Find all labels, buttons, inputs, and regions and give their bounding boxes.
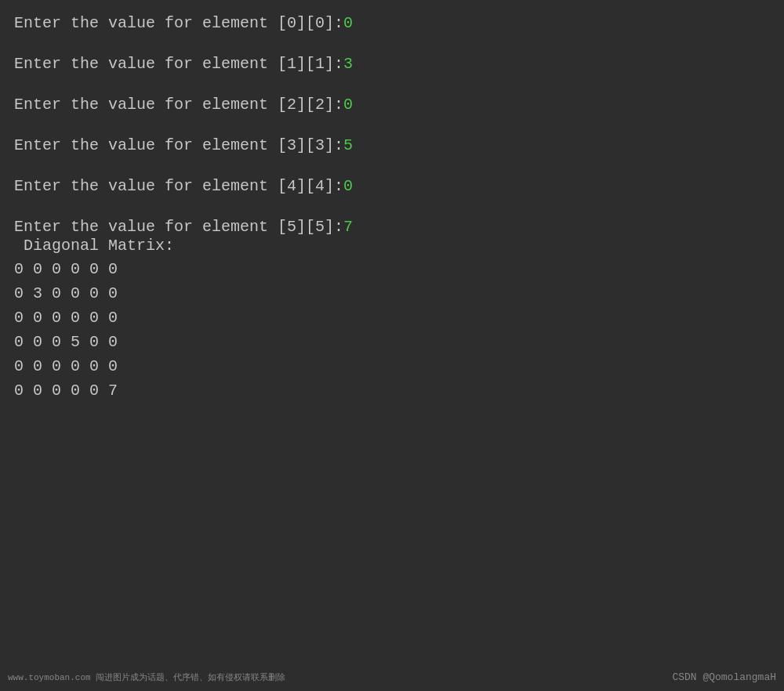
matrix-row-2: 0 0 0 0 0 0 [14, 306, 770, 330]
input-value-0: 0 [343, 16, 353, 31]
input-value-3: 5 [343, 138, 353, 154]
watermark-right: CSDN @QomolangmaH [672, 671, 776, 683]
input-line-5: Enter the value for element [5][5]: 7 [14, 219, 770, 235]
output-header: Diagonal Matrix: [14, 238, 770, 254]
input-line-0: Enter the value for element [0][0]: 0 [14, 16, 770, 31]
matrix-row-1: 0 3 0 0 0 0 [14, 281, 770, 306]
prompt-1: Enter the value for element [1][1]: [14, 56, 343, 72]
matrix-row-3: 0 0 0 5 0 0 [14, 330, 770, 354]
matrix-output: 0 0 0 0 0 0 0 3 0 0 0 0 0 0 0 0 0 0 0 0 … [14, 257, 770, 403]
input-value-1: 3 [343, 56, 353, 72]
prompt-2: Enter the value for element [2][2]: [14, 97, 343, 113]
input-value-5: 7 [343, 219, 353, 235]
input-line-2: Enter the value for element [2][2]: 0 [14, 97, 770, 113]
prompt-3: Enter the value for element [3][3]: [14, 138, 343, 154]
matrix-row-5: 0 0 0 0 0 7 [14, 378, 770, 403]
input-line-4: Enter the value for element [4][4]: 0 [14, 179, 770, 194]
matrix-row-0: 0 0 0 0 0 0 [14, 257, 770, 281]
matrix-row-4: 0 0 0 0 0 0 [14, 354, 770, 378]
prompt-5: Enter the value for element [5][5]: [14, 219, 343, 235]
prompt-0: Enter the value for element [0][0]: [14, 16, 343, 31]
terminal-window: Enter the value for element [0][0]: 0 En… [0, 0, 784, 418]
input-line-3: Enter the value for element [3][3]: 5 [14, 138, 770, 154]
input-value-4: 0 [343, 179, 353, 194]
prompt-4: Enter the value for element [4][4]: [14, 179, 343, 194]
watermark-left: www.toymoban.com 闯进图片成为话题、代序错、如有侵权请联系删除 [8, 671, 285, 683]
input-line-1: Enter the value for element [1][1]: 3 [14, 56, 770, 72]
input-value-2: 0 [343, 97, 353, 113]
